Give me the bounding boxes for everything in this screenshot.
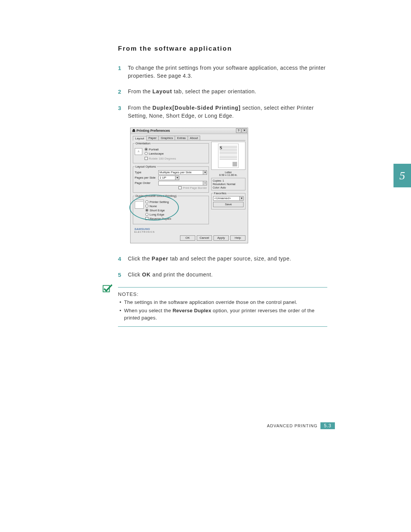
step-number-4: 4	[118, 255, 128, 264]
preview-paper-label: Letter 8.50 x 11.00 in.	[211, 171, 245, 176]
notes-block: NOTES: The settings in the software appl…	[118, 287, 327, 327]
radio-portrait[interactable]	[145, 148, 148, 151]
cancel-button[interactable]: Cancel	[197, 235, 212, 241]
page-preview: S	[211, 142, 245, 170]
preview-paper-dim: 8.50 x 11.00 in.	[211, 174, 245, 176]
step3-pre: From the	[128, 105, 152, 111]
radio-printer-setting[interactable]	[145, 200, 148, 203]
tab-extras[interactable]: Extras	[175, 136, 188, 140]
preview-letter: S	[220, 145, 222, 151]
label-page-order: Page Order	[135, 181, 158, 185]
duplex-icon: preview	[135, 200, 144, 209]
step-text-1: To change the print settings from your s…	[128, 64, 327, 80]
checkbox-reverse-duplex[interactable]	[145, 217, 148, 220]
select-type[interactable]: Multiple Pages per Side▾	[158, 170, 207, 175]
checkbox-rotate[interactable]	[145, 157, 148, 160]
dialog-titlebar: 🖶 Printing Preferences ? ✕	[131, 128, 248, 134]
note-item-2: When you select the Reverse Duplex optio…	[119, 307, 327, 322]
print-info: Copies: 1 Resolution: Normal Color: Auto	[211, 178, 245, 190]
step4-post: tab and select the paper source, size, a…	[169, 256, 292, 262]
label-portrait: Portrait	[149, 148, 159, 151]
step2-post: tab, select the paper orientation.	[172, 88, 256, 94]
select-pages-per-side[interactable]: 1 UP▾	[158, 176, 179, 180]
select-page-order: ▾	[158, 181, 207, 185]
printer-icon: 🖶	[132, 129, 135, 133]
label-none: None	[150, 204, 157, 208]
radio-none[interactable]	[145, 204, 148, 208]
notes-label: NOTES:	[118, 291, 139, 297]
orientation-icon: A	[135, 148, 142, 155]
chevron-down-icon: ▾	[203, 171, 207, 174]
orientation-group: Orientation A Portrait Landscape Rotate …	[133, 142, 209, 163]
info-copies: Copies: 1	[213, 179, 244, 182]
help-button-bottom[interactable]: Help	[230, 235, 245, 241]
step3-bold: Duplex[Double-Sided Printing]	[152, 105, 241, 111]
help-button[interactable]: ?	[236, 128, 241, 133]
label-page-border: Print Page Border	[183, 186, 207, 190]
brand-sub: ELECTRONICS	[134, 231, 209, 233]
step2-bold: Layout	[152, 88, 172, 94]
chevron-down-icon: ▾	[203, 181, 207, 185]
info-color: Color: Auto	[213, 186, 244, 189]
label-rotate: Rotate 180 Degrees	[149, 157, 176, 160]
label-type: Type	[135, 171, 158, 174]
section-heading: From the software application	[118, 45, 327, 53]
tab-paper[interactable]: Paper	[146, 136, 159, 140]
label-pages-per-side: Pages per Side	[135, 176, 158, 179]
select-type-value: Multiple Pages per Side	[159, 171, 192, 174]
radio-landscape[interactable]	[145, 152, 148, 155]
brand-logo: SAMSUNG ELECTRONICS	[133, 226, 209, 234]
layout-options-legend: Layout Options	[135, 165, 157, 168]
select-favorites[interactable]: <Unnamed>▾	[213, 196, 244, 201]
brand-name: SAMSUNG	[134, 227, 150, 231]
step-number-2: 2	[118, 88, 128, 96]
chevron-down-icon: ▾	[175, 176, 179, 180]
step-number-1: 1	[118, 64, 128, 80]
label-landscape: Landscape	[149, 152, 164, 155]
label-long-edge: Long Edge	[150, 213, 164, 216]
label-printer-setting: Printer Setting	[150, 200, 169, 204]
step2-pre: From the	[128, 88, 152, 94]
chapter-tab: 5	[393, 164, 411, 187]
step-text-5: Click OK and print the document.	[128, 271, 213, 280]
radio-short-edge[interactable]	[145, 209, 148, 212]
dialog-title: Printing Preferences	[137, 129, 170, 133]
step5-post: and print the document.	[151, 272, 213, 278]
tab-layout[interactable]: Layout	[133, 136, 147, 141]
step-text-2: From the Layout tab, select the paper or…	[128, 88, 256, 96]
select-pps-value: 1 UP	[159, 176, 166, 179]
checkmark-icon	[102, 283, 113, 294]
step4-bold: Paper	[152, 256, 169, 262]
close-button[interactable]: ✕	[242, 128, 247, 133]
footer-page-badge: 5.3	[320, 422, 335, 429]
preview-block-icon	[233, 162, 237, 166]
page-footer: ADVANCED PRINTING 5.3	[267, 422, 335, 429]
duplex-group: Duplex(Double-Sided Printing) preview Pr…	[133, 194, 209, 224]
favorites-legend: Favorites	[213, 192, 227, 195]
chevron-down-icon: ▾	[239, 197, 243, 200]
info-resolution: Resolution: Normal	[213, 182, 244, 186]
step-text-3: From the Duplex[Double-Sided Printing] s…	[128, 104, 327, 120]
preview-paper-name: Letter	[211, 171, 245, 174]
favorites-group: Favorites <Unnamed>▾ Save	[211, 192, 245, 209]
dialog-tabs: Layout Paper Graphics Extras About	[133, 136, 245, 141]
step-number-5: 5	[118, 271, 128, 280]
orientation-legend: Orientation	[135, 142, 151, 145]
step4-pre: Click the	[128, 256, 152, 262]
notes-rule-bottom	[118, 326, 327, 327]
step5-pre: Click	[128, 272, 142, 278]
step-text-4: Click the Paper tab and select the paper…	[128, 255, 291, 264]
ok-button[interactable]: OK	[180, 235, 195, 241]
note-item-1: The settings in the software application…	[119, 299, 327, 306]
save-button[interactable]: Save	[213, 202, 244, 207]
footer-label: ADVANCED PRINTING	[267, 423, 317, 428]
note2-bold: Reverse Duplex	[172, 308, 211, 313]
label-reverse-duplex: Reverse Duplex	[150, 217, 171, 220]
label-short-edge: Short Edge	[150, 209, 165, 212]
tab-graphics[interactable]: Graphics	[158, 136, 175, 140]
layout-options-group: Layout Options Type Multiple Pages per S…	[133, 165, 209, 193]
step-number-3: 3	[118, 104, 128, 120]
apply-button[interactable]: Apply	[213, 235, 229, 241]
radio-long-edge[interactable]	[145, 213, 148, 216]
tab-about[interactable]: About	[188, 136, 200, 140]
